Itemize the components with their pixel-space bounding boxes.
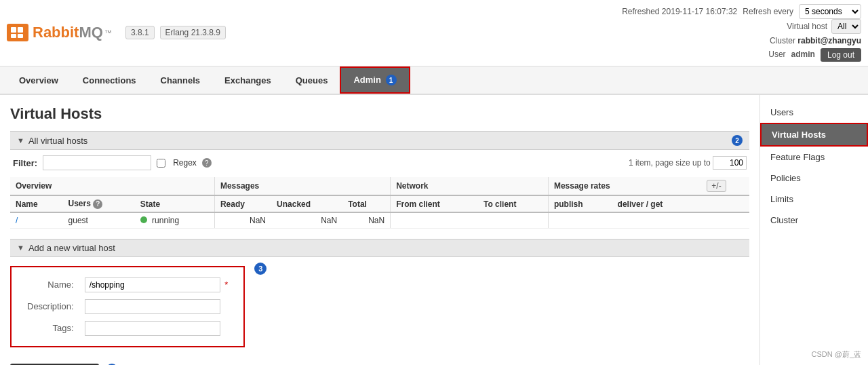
row-deliver-get (612, 212, 702, 229)
svg-rect-0 (11, 27, 16, 33)
regex-help-icon[interactable]: ? (202, 158, 212, 168)
nav-connections[interactable]: Connections (71, 69, 149, 92)
sidebar-item-limits[interactable]: Limits (760, 189, 868, 210)
col-from-client: From client (391, 195, 478, 212)
messages-col-header: Messages (214, 177, 390, 195)
status-running-icon (140, 216, 147, 223)
user-label: User (768, 47, 785, 61)
col-unacked: Unacked (271, 195, 342, 212)
col-deliver-get: deliver / get (612, 195, 702, 212)
sidebar-item-feature-flags[interactable]: Feature Flags (760, 147, 868, 168)
col-state: State (135, 195, 215, 212)
row-ready: NaN (214, 212, 271, 229)
section-label: All virtual hosts (28, 136, 87, 146)
row-users: guest (63, 212, 135, 229)
vhosts-table: Overview Messages Network Message rates … (10, 177, 749, 229)
col-name: Name (10, 195, 63, 212)
watermark: CSDN @蔚_蓝 (811, 349, 861, 360)
users-label: Users (68, 199, 91, 208)
logo-rabbit: Rabbit (33, 24, 79, 41)
users-help-icon[interactable]: ? (93, 199, 102, 209)
page-title: Virtual Hosts (10, 105, 749, 123)
row-name[interactable]: / (10, 212, 63, 229)
row-state: running (135, 212, 215, 229)
nav-channels[interactable]: Channels (149, 69, 213, 92)
top-right: Refreshed 2019-11-17 16:07:32 Refresh ev… (622, 4, 861, 62)
name-field-cell: * (79, 274, 234, 296)
tags-field-label: Tags: (22, 318, 79, 339)
refresh-every-label: Refresh every (743, 5, 793, 18)
user-row: User admin Log out (622, 47, 861, 61)
col-total: Total (342, 195, 391, 212)
logo-mq: MQ (79, 24, 102, 41)
regex-label: Regex (173, 158, 197, 168)
filter-input[interactable] (43, 155, 151, 170)
add-section-label: Add a new virtual host (28, 243, 115, 253)
tags-field-cell (79, 318, 234, 339)
step-3-badge: 3 (254, 263, 267, 275)
row-unacked: NaN (271, 212, 342, 229)
refresh-select[interactable]: 5 seconds 10 seconds 30 seconds 60 secon… (799, 4, 861, 19)
virtual-host-select[interactable]: All / (831, 19, 861, 34)
sidebar-item-users[interactable]: Users (760, 102, 868, 123)
page-size-input[interactable] (713, 156, 747, 170)
description-field-label: Description: (22, 296, 79, 318)
name-input[interactable] (85, 277, 220, 292)
sidebar-item-virtual-hosts[interactable]: Virtual Hosts (760, 123, 868, 147)
sidebar: Users Virtual Hosts Feature Flags Polici… (760, 95, 868, 365)
row-action (701, 212, 749, 229)
add-section-header: ▼ Add a new virtual host (10, 239, 749, 257)
nav-overview[interactable]: Overview (7, 69, 71, 92)
tags-input[interactable] (85, 321, 220, 336)
logout-button[interactable]: Log out (821, 48, 861, 62)
cluster-label: Cluster (770, 36, 795, 45)
section-badge: 2 (732, 135, 743, 146)
add-form-box: Name: * Description: (10, 266, 245, 347)
refreshed-time: Refreshed 2019-11-17 16:07:32 (622, 5, 737, 18)
sidebar-item-policies[interactable]: Policies (760, 168, 868, 189)
description-field-cell (79, 296, 234, 318)
row-from-client (391, 212, 478, 229)
logo-icon (7, 24, 28, 41)
col-empty (701, 195, 749, 212)
nav-exchanges[interactable]: Exchanges (212, 69, 283, 92)
overview-col-header: Overview (10, 177, 214, 195)
nav-admin-label: Admin (353, 75, 380, 85)
cluster-row: Cluster rabbit@zhangyu (622, 34, 861, 47)
logo-tm: ™ (104, 28, 112, 37)
col-publish: publish (548, 195, 612, 212)
sidebar-item-cluster[interactable]: Cluster (760, 210, 868, 231)
filter-row: Filter: Regex ? 1 item, page size up to (10, 155, 749, 170)
row-publish (548, 212, 612, 229)
svg-rect-3 (18, 34, 23, 38)
nav-admin[interactable]: Admin 1 (340, 66, 410, 94)
message-rates-col-header: Message rates (548, 177, 701, 195)
refreshed-label: Refreshed (622, 7, 659, 16)
required-star: * (224, 280, 228, 290)
nav-queues[interactable]: Queues (283, 69, 340, 92)
navbar: Overview Connections Channels Exchanges … (0, 66, 868, 96)
description-input[interactable] (85, 299, 220, 314)
erlang-badge: Erlang 21.3.8.9 (160, 26, 226, 39)
filter-label: Filter: (13, 158, 37, 168)
section-header: ▼ All virtual hosts 2 (10, 131, 749, 150)
col-to-client: To client (478, 195, 548, 212)
regex-checkbox[interactable] (157, 159, 165, 168)
virtual-host-label: Virtual host (787, 20, 827, 33)
erlang-version: 21.3.8.9 (191, 28, 220, 37)
add-btn-wrapper: Add virtual host 4 (10, 356, 749, 365)
col-users: Users ? (63, 195, 135, 212)
add-form-table: Name: * Description: (22, 274, 233, 339)
row-total: NaN (342, 212, 391, 229)
erlang-label: Erlang (165, 28, 189, 37)
row-to-client (478, 212, 548, 229)
name-field-label: Name: (22, 274, 79, 296)
pagination-text: 1 item, page size up to (629, 158, 711, 168)
network-col-header: Network (391, 177, 549, 195)
svg-rect-1 (18, 27, 23, 33)
chevron-down-icon: ▼ (17, 136, 24, 145)
col-ready: Ready (214, 195, 271, 212)
user-value: admin (791, 47, 815, 61)
plus-minus-btn-header[interactable]: +/- (701, 177, 749, 195)
plus-minus-button[interactable]: +/- (707, 180, 726, 192)
